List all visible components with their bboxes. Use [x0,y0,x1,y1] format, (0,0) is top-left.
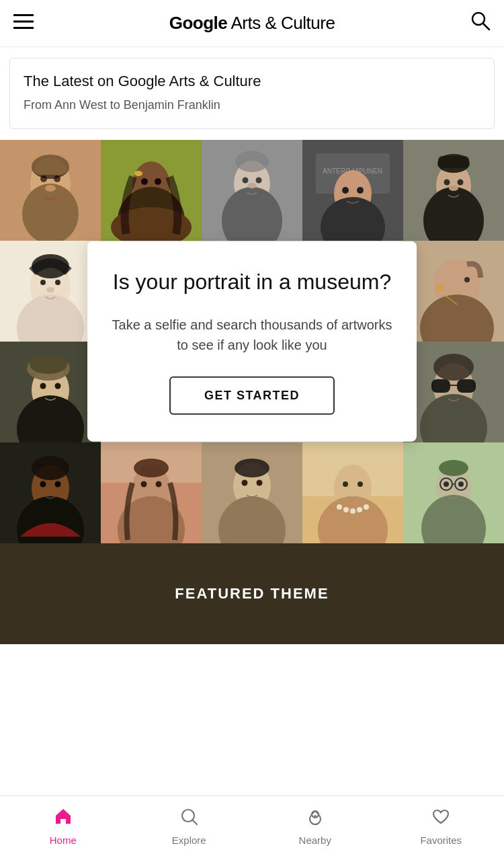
portrait-cell [202,140,302,241]
portrait-feature-card: Is your portrait in a museum? Take a sel… [87,241,417,442]
nav-label-nearby: Nearby [299,834,331,846]
svg-point-81 [134,459,169,477]
search-icon[interactable] [470,11,491,36]
svg-rect-12 [32,155,69,175]
svg-point-93 [358,481,363,487]
svg-point-98 [364,504,369,510]
explore-icon [179,807,198,830]
bottom-nav: Home Explore Nearby Favorites [0,795,504,856]
svg-point-74 [32,456,69,480]
svg-point-85 [242,479,248,485]
svg-point-54 [437,284,444,291]
svg-point-94 [337,504,342,510]
svg-point-34 [357,187,364,194]
svg-point-73 [55,481,61,487]
svg-point-42 [449,186,458,191]
portrait-cell [101,140,202,241]
svg-point-24 [243,177,249,183]
nav-item-nearby[interactable]: Nearby [252,807,378,846]
news-card-title: The Latest on Google Arts & Culture [24,72,480,91]
svg-point-38 [444,179,450,185]
svg-point-26 [247,183,257,188]
nav-item-favorites[interactable]: Favorites [378,807,505,846]
svg-point-61 [30,355,67,374]
svg-point-18 [155,178,161,185]
portrait-cell [202,442,302,543]
svg-point-49 [46,287,54,293]
portrait-row-1: ANTERO VIPUNEN [0,140,504,241]
portrait-cell [0,342,101,442]
menu-icon[interactable] [13,13,34,34]
svg-rect-2 [13,27,34,29]
favorites-icon [431,807,450,830]
news-card: The Latest on Google Arts & Culture From… [9,58,495,129]
news-card-subtitle: From Ann West to Benjamin Franklin [24,98,480,112]
svg-point-97 [357,507,362,512]
nav-label-home: Home [50,834,77,846]
featured-theme-banner: FEATURED THEME [0,543,504,644]
svg-point-79 [141,481,147,487]
portrait-row-4 [0,442,504,543]
svg-line-109 [193,820,197,824]
home-icon [54,807,73,830]
svg-point-39 [458,179,464,185]
svg-point-92 [343,481,348,487]
svg-rect-65 [431,379,450,393]
svg-point-25 [256,177,262,183]
svg-point-68 [433,354,474,381]
portrait-cell [403,342,504,442]
nav-label-favorites: Favorites [420,834,462,846]
svg-point-27 [235,151,269,172]
portrait-cell [0,442,101,543]
svg-point-111 [314,815,317,818]
get-started-button[interactable]: GET STARTED [169,377,335,415]
svg-point-59 [55,383,61,389]
portrait-section: ANTERO VIPUNEN [0,140,504,543]
svg-point-17 [141,178,148,185]
svg-point-103 [458,481,464,487]
nav-label-explore: Explore [172,834,206,846]
svg-point-86 [257,479,263,485]
nav-item-home[interactable]: Home [0,807,126,846]
nearby-icon [306,807,325,830]
portrait-cell [0,140,101,241]
svg-point-47 [55,280,60,285]
svg-line-4 [483,24,489,30]
svg-point-102 [444,481,449,487]
svg-point-96 [350,508,355,514]
featured-theme-label: FEATURED THEME [175,585,329,602]
svg-point-87 [235,459,269,477]
svg-point-72 [40,481,46,487]
portrait-feature-title: Is your portrait in a museum? [108,268,396,296]
svg-rect-0 [13,14,34,16]
app-title: Google Arts & Culture [169,13,335,34]
portrait-cell [0,241,101,342]
svg-point-95 [343,507,349,512]
svg-rect-41 [438,156,469,168]
svg-rect-1 [13,21,34,23]
portrait-cell [403,442,504,543]
app-header: Google Arts & Culture [0,0,504,47]
nav-item-explore[interactable]: Explore [126,807,253,846]
svg-rect-66 [457,379,476,393]
portrait-feature-desc: Take a selfie and search thousands of ar… [108,315,396,355]
portrait-cell [101,442,202,543]
portrait-cell: ANTERO VIPUNEN [302,140,403,241]
portrait-cell [302,442,403,543]
svg-point-33 [342,187,349,194]
svg-point-58 [40,383,46,389]
svg-point-10 [45,185,56,192]
svg-point-46 [40,280,46,285]
svg-point-107 [439,460,468,476]
svg-point-53 [464,277,470,282]
portrait-cell [403,140,504,241]
svg-point-20 [134,171,142,176]
svg-point-80 [156,481,162,487]
portrait-cell [403,241,504,342]
